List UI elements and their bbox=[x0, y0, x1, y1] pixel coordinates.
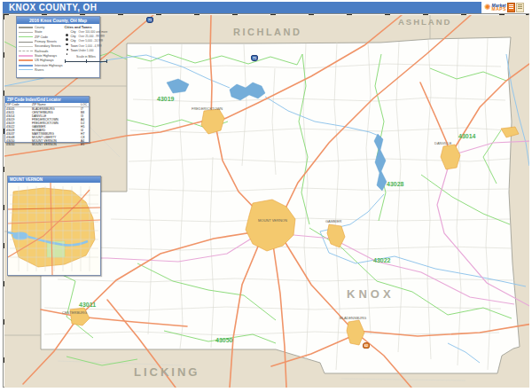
zip-label-43028: 43028 bbox=[387, 181, 403, 187]
inset-title: MOUNT VERNON bbox=[8, 176, 100, 183]
logo-map-thumbnail-icon bbox=[516, 3, 524, 12]
zip-label-43014: 43014 bbox=[458, 133, 475, 139]
zip-index-table: ZIP Code Index/Grid Locator ZIP Code ZIP… bbox=[4, 96, 90, 143]
town-label-centerburg: CENTERBURG bbox=[62, 310, 87, 315]
window-title-bar: KNOX COUNTY, OH bbox=[3, 2, 481, 13]
legend-box: 2016 Knox County, OH Map County State ZI… bbox=[16, 16, 100, 78]
town-label-gambier: GAMBIER bbox=[325, 219, 341, 223]
town-label-fredericktown: FREDERICKTOWN bbox=[192, 106, 223, 111]
zip-label-43019: 43019 bbox=[157, 96, 174, 102]
legend-line-symbols: County State ZIP Code Primary Streets Se… bbox=[19, 26, 63, 73]
town-label-bladensburg: BLADENSBURG bbox=[340, 316, 366, 320]
zip-label-43011: 43011 bbox=[79, 302, 96, 308]
us-62-shield: 62 bbox=[363, 342, 370, 349]
neighbor-county-label-licking: LICKING bbox=[134, 365, 200, 379]
mount-vernon-inset-map: MOUNT VERNON bbox=[7, 176, 101, 276]
page-title: KNOX COUNTY, OH bbox=[9, 3, 97, 12]
town-label-mount-vernon: MOUNT VERNON bbox=[258, 218, 287, 223]
legend-title: 2016 Knox County, OH Map bbox=[17, 17, 99, 24]
county-label-knox: KNOX bbox=[347, 287, 395, 301]
table-row: 43050MOUNT VERNONE5 bbox=[5, 143, 89, 146]
marketmaps-logo: ✺ Market MAPS bbox=[484, 1, 530, 13]
scale-label: Scale in Miles bbox=[65, 55, 108, 59]
legend-city-classes: Cities and Towns CityOver 100,000 and mo… bbox=[63, 26, 108, 73]
town-label-danville: DANVILLE bbox=[434, 141, 451, 145]
inset-map-canvas bbox=[8, 183, 100, 275]
zip-index-title: ZIP Code Index/Grid Locator bbox=[5, 97, 89, 103]
logo-map-thumbnail-icon bbox=[507, 3, 515, 12]
neighbor-county-label-ashland: ASHLAND bbox=[398, 17, 451, 27]
interstate-71-shield: 71 bbox=[146, 17, 153, 23]
zip-label-43022: 43022 bbox=[373, 257, 390, 263]
interstate-71-shield: 71 bbox=[251, 55, 258, 61]
sunburst-icon: ✺ bbox=[484, 4, 491, 12]
zip-label-43050: 43050 bbox=[215, 337, 232, 343]
neighbor-county-label-richland: RICHLAND bbox=[233, 27, 301, 37]
logo-brand-secondary: MAPS bbox=[492, 7, 506, 12]
scale-bar: Scale in Miles bbox=[65, 55, 108, 63]
